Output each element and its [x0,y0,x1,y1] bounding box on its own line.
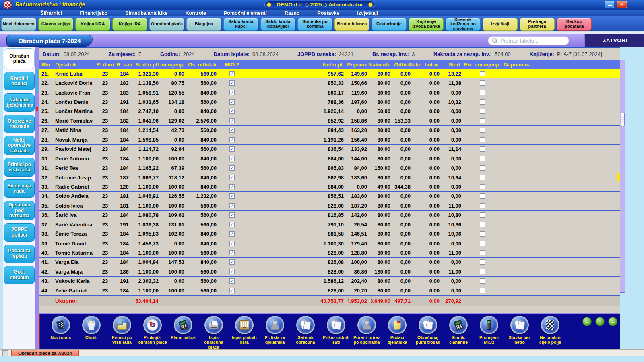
tool-podaci-djelatnika[interactable]: Podaci djelatnika [382,316,412,350]
toolbar-button-obra-uni-pla-a[interactable]: Obračuni plaća [149,18,184,31]
column-header-rbr[interactable]: Rbr [39,60,52,69]
scrollbar-thumb[interactable] [621,112,625,127]
sidebar-item-netto-oporezive-naknade[interactable]: Netto oporezive naknade [4,136,35,155]
menu-item-ifrarnici[interactable]: Šifrarnici [40,10,62,16]
table-row[interactable]: 41.Varga Ela231841.004,94147,53840,00826… [39,258,620,267]
fix-umanjenje-checkbox[interactable] [480,278,485,284]
nav-previous-button[interactable]: ← [582,317,592,326]
sidebar-item-naknade-djelatnicima[interactable]: Naknade djelatnicima [4,93,35,112]
mio2-checkbox[interactable] [229,99,235,105]
mio2-checkbox[interactable] [229,146,235,152]
column-header-r-dani[interactable]: R. dani [95,60,115,69]
fix-umanjenje-checkbox[interactable] [480,231,485,237]
table-row[interactable]: 31.Perić Tea231841.165,2267,39560,00865,… [39,163,620,173]
tool-sa-etak-obra-una[interactable]: Sažetak obračuna [291,316,320,350]
fix-umanjenje-checkbox[interactable] [480,288,485,293]
column-header-napomena[interactable]: Napomena [500,60,620,69]
nav-next-button[interactable]: → [608,317,617,326]
toolbar-button-knji-enje-izvoda-banke[interactable]: Knjiženje izvoda banke [409,18,444,31]
column-header-prijevoz[interactable]: Prijevoz [348,60,371,69]
table-row[interactable]: 24.Lončar Denis231911.031,65134,18560,00… [39,97,620,107]
tool-promijeni-mio2[interactable]: Promijeni MIO2 [474,316,504,350]
mio2-checkbox[interactable] [229,203,235,208]
fix-umanjenje-checkbox[interactable] [480,90,485,95]
mio2-checkbox[interactable] [229,259,235,265]
tool-ne-odabiri-cijelo-polje[interactable]: Ne odabiri cijelo polje [535,316,565,350]
mio2-checkbox[interactable] [229,278,235,284]
mio2-checkbox[interactable] [229,118,235,123]
zatvori-button[interactable]: ZATVORI [584,34,644,47]
column-header-naknade[interactable]: Naknade [371,60,394,69]
table-row[interactable]: 28.Novak Marija231841.598,850,00840,001.… [39,135,620,144]
fix-umanjenje-checkbox[interactable] [480,165,485,171]
menu-item-razno[interactable]: Razno [285,10,300,16]
table-row[interactable]: 36.Šarić Iva231841.080,78109,61560,00816… [39,211,620,220]
column-header-r-sati[interactable]: R. sati [115,60,134,69]
sidebar-item-god-obra-un[interactable]: God. obračun [4,266,35,284]
tool-obra-unaj-putni-tro-ak[interactable]: Obračunaj putni trošak [413,316,443,350]
table-row[interactable]: 40.Tomić Katarina231841.100,00100,00560,… [39,248,620,257]
mio2-checkbox[interactable] [229,222,235,227]
fix-umanjenje-checkbox[interactable] [480,80,485,86]
table-row[interactable]: 30.Perić Antonio231841.100,00100,00840,0… [39,154,620,163]
table-row[interactable]: 27.Matić Nina231841.214,5442,73560,00894… [39,126,620,135]
toolbar-button-glavna-knjiga[interactable]: Glavna knjiga [38,18,73,31]
toolbar-button-izvje-taji[interactable]: Izvještaji [483,18,518,31]
fix-umanjenje-checkbox[interactable] [480,184,485,189]
table-row[interactable]: 21.Krnić Luka231841.321,300,00560,00957,… [39,69,620,78]
mio2-checkbox[interactable] [229,71,235,76]
fix-umanjenje-checkbox[interactable] [480,241,485,246]
fix-umanjenje-checkbox[interactable] [480,99,485,105]
fix-umanjenje-checkbox[interactable] [480,269,485,274]
column-header-netto-pl[interactable]: Netto pl. [243,60,348,69]
tool-proknji-i-obra-un-pla-e[interactable]: Proknjiži obračun plaće [138,316,167,350]
toolbar-button-knjiga-ura[interactable]: Knjiga URA [75,18,110,31]
fix-umanjenje-checkbox[interactable] [480,212,485,218]
mio2-checkbox[interactable] [229,193,235,199]
mio2-checkbox[interactable] [229,90,235,95]
document-tab[interactable]: Obračun plaća 7-2024 [6,35,93,47]
fix-umanjenje-checkbox[interactable] [480,203,485,208]
toolbar-button-backup-podataka[interactable]: Backup podataka [557,18,592,31]
mio2-checkbox[interactable] [229,137,235,142]
fix-umanjenje-checkbox[interactable] [480,222,485,227]
sidebar-item-djelatnici-pod-ovrhama[interactable]: Djelatnici pod ovrhama [4,201,35,220]
tool-stavka-bez-netto[interactable]: Stavka bez netto [505,316,535,350]
table-row[interactable]: 44.Zelić Gabriel231841.100,00100,00560,0… [39,286,620,295]
table-row[interactable]: 32.Petrović Josip231871.063,77118,12840,… [39,173,620,182]
toolbar-button-dnevnik-knji-enja-po-stavkama[interactable]: Dnevnik knjiženja po stavkama [446,18,481,31]
table-row[interactable]: 33.Radić Gabriel231201.100,00100,00840,0… [39,182,620,191]
toolbar-button-knjiga-ira[interactable]: Knjiga IRA [112,18,147,31]
menu-item-izvje-taji[interactable]: Izvještaji [357,10,378,16]
fix-umanjenje-checkbox[interactable] [480,128,485,133]
table-row[interactable]: 29.Pavlović Matej231841.114,7292,64560,0… [39,145,620,154]
column-header-umanjenje[interactable]: Umanjenje [163,60,188,69]
status-tab[interactable]: Obračun plaće za 7/2024 [11,350,79,356]
fix-umanjenje-checkbox[interactable] [480,71,485,76]
table-row[interactable]: 26.Marić Tomislav231821.041,96129,022.57… [39,116,620,125]
vertical-scrollbar[interactable] [620,60,625,293]
nav-up-button[interactable]: ↑ [595,317,605,326]
mio2-checkbox[interactable] [229,80,235,86]
menu-item-financijsko[interactable]: Financijsko [80,10,107,16]
toolbar-button-novi-dokument[interactable]: Novi dokument [1,18,36,31]
toolbar-button-saldo-konta-dobavlja-i[interactable]: Saldo konta dobavljači [260,18,295,31]
table-row[interactable]: 34.Soldo Anđela231811.046,91126,551.232,… [39,192,620,201]
mio2-checkbox[interactable] [229,250,235,255]
toolbar-button-saldo-konta-kupci[interactable]: Saldo konta kupci [223,18,258,31]
mio2-checkbox[interactable] [229,241,235,246]
mio2-checkbox[interactable] [229,212,235,218]
mio2-checkbox[interactable] [229,184,235,189]
fix-umanjenje-checkbox[interactable] [480,193,485,199]
mio2-checkbox[interactable] [229,165,235,171]
column-header-djelatnik[interactable]: Djelatnik [52,60,95,69]
toolbar-button-brutto-bilanca[interactable]: Brutto bilanca [334,18,369,31]
search-input[interactable] [500,38,571,44]
toolbar-button-fakturiranje[interactable]: Fakturiranje [372,18,407,31]
mio2-checkbox[interactable] [229,231,235,237]
fix-umanjenje-checkbox[interactable] [480,146,485,152]
column-header-os-odbitak[interactable]: Os. odbitak [188,60,221,69]
sidebar-item-joppd-podaci[interactable]: JOPPD podaci [4,223,35,242]
fix-umanjenje-checkbox[interactable] [480,156,485,161]
mio2-checkbox[interactable] [229,128,235,133]
